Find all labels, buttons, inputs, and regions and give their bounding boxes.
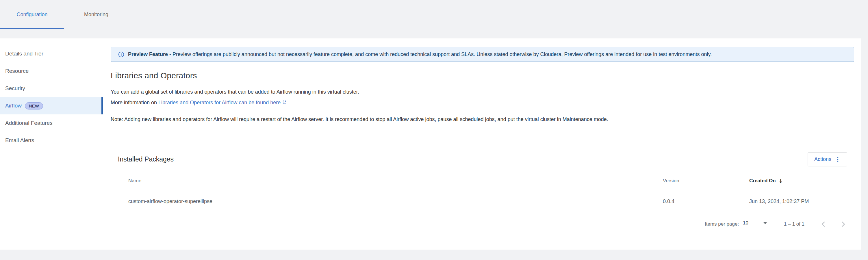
sidebar: Details and Tier Resource Security Airfl… — [0, 38, 103, 250]
sidebar-item-label: Airflow — [5, 103, 22, 109]
column-header-name: Name — [118, 178, 663, 184]
sidebar-item-label: Email Alerts — [5, 137, 34, 143]
page-title: Libraries and Operators — [111, 71, 854, 80]
kebab-menu-icon: ⋮ — [835, 156, 841, 163]
sidebar-item-security[interactable]: Security — [0, 80, 103, 97]
items-per-page-value: 10 — [743, 220, 748, 226]
sidebar-item-label: Details and Tier — [5, 51, 43, 57]
dropdown-caret-icon — [763, 222, 767, 224]
tab-monitoring[interactable]: Monitoring — [64, 0, 128, 29]
preview-feature-banner: Preview Feature - Preview offerings are … — [111, 47, 854, 62]
new-badge: NEW — [25, 102, 43, 109]
tab-configuration[interactable]: Configuration — [0, 0, 64, 29]
banner-body: - Preview offerings are publicly announc… — [169, 52, 712, 57]
column-header-created-on-label: Created On — [749, 178, 776, 184]
sort-desc-icon: ↓ — [778, 178, 783, 184]
more-info-prefix: More information on — [111, 100, 157, 105]
libraries-operators-link[interactable]: Libraries and Operators for Airflow can … — [158, 100, 287, 105]
info-icon — [118, 52, 124, 58]
link-label: Libraries and Operators for Airflow can … — [158, 100, 281, 105]
column-header-created-on[interactable]: Created On ↓ — [749, 178, 847, 184]
pagination-bar: Items per page: 10 1 – 1 of 1 — [118, 212, 847, 236]
sidebar-item-airflow[interactable]: Airflow NEW — [0, 97, 103, 115]
description-line: You can add a global set of libraries an… — [111, 87, 854, 97]
next-page-button[interactable] — [839, 220, 847, 228]
actions-button[interactable]: Actions ⋮ — [808, 152, 847, 166]
cell-package-name: custom-airflow-operator-superellipse — [118, 198, 663, 204]
column-header-version: Version — [663, 178, 749, 184]
installed-packages-section: Installed Packages Actions ⋮ Name Versio… — [111, 152, 854, 236]
sidebar-item-email-alerts[interactable]: Email Alerts — [0, 132, 103, 149]
packages-table: Name Version Created On ↓ custom-airflow… — [118, 170, 847, 212]
tab-monitoring-label: Monitoring — [84, 11, 108, 18]
external-link-icon — [282, 100, 287, 105]
table-header-row: Name Version Created On ↓ — [118, 170, 847, 191]
sidebar-item-label: Security — [5, 85, 25, 92]
table-row: custom-airflow-operator-superellipse 0.0… — [118, 191, 847, 212]
chevron-left-icon — [819, 220, 828, 228]
more-info-line: More information on Libraries and Operat… — [111, 97, 854, 108]
sidebar-item-label: Resource — [5, 68, 29, 74]
chevron-right-icon — [839, 220, 847, 228]
tab-configuration-label: Configuration — [17, 11, 48, 18]
content-card: Details and Tier Resource Security Airfl… — [0, 38, 861, 250]
sidebar-item-label: Additional Features — [5, 120, 53, 126]
previous-page-button[interactable] — [819, 220, 828, 228]
banner-text: Preview Feature - Preview offerings are … — [128, 52, 712, 58]
items-per-page-label: Items per page: — [705, 221, 739, 227]
pagination-range-label: 1 – 1 of 1 — [784, 221, 804, 227]
restart-note: Note: Adding new libraries and operators… — [111, 116, 854, 123]
main-panel: Preview Feature - Preview offerings are … — [103, 38, 861, 250]
actions-button-label: Actions — [814, 156, 831, 162]
installed-packages-title: Installed Packages — [118, 155, 174, 163]
banner-title: Preview Feature — [128, 52, 168, 57]
cell-package-created-on: Jun 13, 2024, 1:02:37 PM — [749, 198, 847, 204]
sidebar-item-additional-features[interactable]: Additional Features — [0, 115, 103, 132]
tab-bar: Configuration Monitoring — [0, 0, 861, 29]
sidebar-item-details-and-tier[interactable]: Details and Tier — [0, 45, 103, 62]
cell-package-version: 0.0.4 — [663, 198, 749, 204]
sidebar-item-resource[interactable]: Resource — [0, 62, 103, 80]
items-per-page-select[interactable]: 10 — [743, 220, 767, 228]
description: You can add a global set of libraries an… — [111, 87, 854, 108]
